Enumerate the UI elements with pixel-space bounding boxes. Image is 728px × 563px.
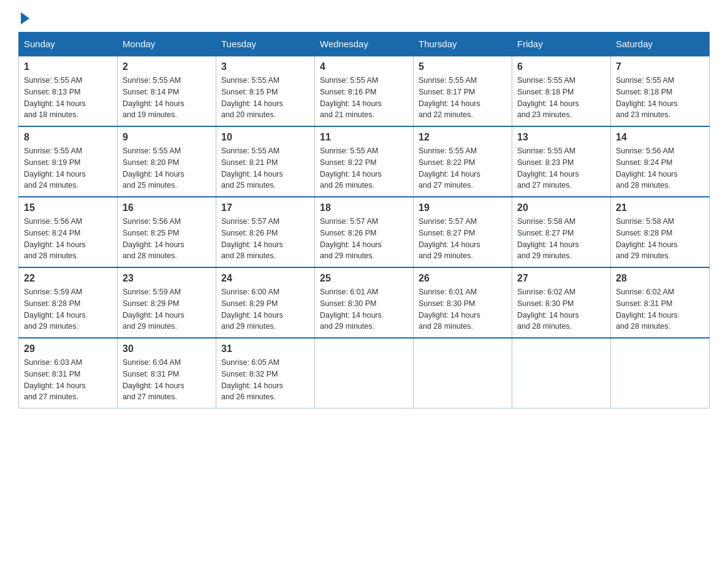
header-cell-friday: Friday — [512, 33, 611, 56]
day-number: 28 — [616, 273, 704, 284]
calendar-cell — [512, 338, 611, 408]
calendar-cell: 12 Sunrise: 5:55 AMSunset: 8:22 PMDaylig… — [414, 126, 512, 197]
day-number: 29 — [24, 343, 112, 354]
day-info: Sunrise: 5:56 AMSunset: 8:25 PMDaylight:… — [123, 217, 184, 260]
header-cell-sunday: Sunday — [19, 33, 118, 56]
day-info: Sunrise: 6:01 AMSunset: 8:30 PMDaylight:… — [419, 288, 480, 331]
day-number: 15 — [24, 202, 112, 213]
day-info: Sunrise: 6:02 AMSunset: 8:30 PMDaylight:… — [517, 288, 579, 331]
day-info: Sunrise: 5:55 AMSunset: 8:20 PMDaylight:… — [123, 147, 184, 190]
week-row-2: 8 Sunrise: 5:55 AMSunset: 8:19 PMDayligh… — [19, 126, 710, 197]
day-number: 13 — [517, 132, 605, 143]
day-info: Sunrise: 5:55 AMSunset: 8:13 PMDaylight:… — [24, 76, 86, 119]
day-number: 18 — [320, 202, 408, 213]
page-header — [18, 12, 710, 26]
day-info: Sunrise: 6:02 AMSunset: 8:31 PMDaylight:… — [616, 288, 678, 331]
day-info: Sunrise: 6:05 AMSunset: 8:32 PMDaylight:… — [221, 358, 283, 401]
day-info: Sunrise: 5:58 AMSunset: 8:27 PMDaylight:… — [517, 217, 579, 260]
calendar-cell: 28 Sunrise: 6:02 AMSunset: 8:31 PMDaylig… — [611, 267, 710, 338]
day-number: 20 — [517, 202, 605, 213]
day-info: Sunrise: 5:55 AMSunset: 8:18 PMDaylight:… — [616, 76, 678, 119]
calendar-cell: 10 Sunrise: 5:55 AMSunset: 8:21 PMDaylig… — [216, 126, 315, 197]
day-number: 19 — [419, 202, 507, 213]
day-info: Sunrise: 5:55 AMSunset: 8:22 PMDaylight:… — [419, 147, 480, 190]
day-number: 11 — [320, 132, 408, 143]
header-cell-tuesday: Tuesday — [216, 33, 315, 56]
day-info: Sunrise: 6:01 AMSunset: 8:30 PMDaylight:… — [320, 288, 382, 331]
day-number: 8 — [24, 132, 112, 143]
calendar-cell: 2 Sunrise: 5:55 AMSunset: 8:14 PMDayligh… — [118, 56, 216, 126]
calendar-cell — [611, 338, 710, 408]
day-info: Sunrise: 5:55 AMSunset: 8:14 PMDaylight:… — [123, 76, 184, 119]
week-row-3: 15 Sunrise: 5:56 AMSunset: 8:24 PMDaylig… — [19, 197, 710, 267]
calendar-cell — [315, 338, 414, 408]
day-info: Sunrise: 5:57 AMSunset: 8:27 PMDaylight:… — [419, 217, 480, 260]
day-number: 12 — [419, 132, 507, 143]
header-row: SundayMondayTuesdayWednesdayThursdayFrid… — [19, 33, 710, 56]
calendar-cell: 4 Sunrise: 5:55 AMSunset: 8:16 PMDayligh… — [315, 56, 414, 126]
calendar-cell: 31 Sunrise: 6:05 AMSunset: 8:32 PMDaylig… — [216, 338, 315, 408]
week-row-4: 22 Sunrise: 5:59 AMSunset: 8:28 PMDaylig… — [19, 267, 710, 338]
day-number: 23 — [123, 273, 211, 284]
calendar-cell — [414, 338, 512, 408]
calendar-cell: 20 Sunrise: 5:58 AMSunset: 8:27 PMDaylig… — [512, 197, 611, 267]
day-number: 4 — [320, 61, 408, 72]
day-info: Sunrise: 6:04 AMSunset: 8:31 PMDaylight:… — [123, 358, 184, 401]
day-number: 25 — [320, 273, 408, 284]
day-number: 5 — [419, 61, 507, 72]
day-info: Sunrise: 5:58 AMSunset: 8:28 PMDaylight:… — [616, 217, 678, 260]
calendar-cell: 19 Sunrise: 5:57 AMSunset: 8:27 PMDaylig… — [414, 197, 512, 267]
calendar-cell: 7 Sunrise: 5:55 AMSunset: 8:18 PMDayligh… — [611, 56, 710, 126]
day-number: 24 — [221, 273, 309, 284]
day-number: 31 — [221, 343, 309, 354]
day-info: Sunrise: 5:55 AMSunset: 8:21 PMDaylight:… — [221, 147, 283, 190]
day-info: Sunrise: 5:55 AMSunset: 8:22 PMDaylight:… — [320, 147, 382, 190]
logo — [18, 12, 29, 26]
day-info: Sunrise: 6:03 AMSunset: 8:31 PMDaylight:… — [24, 358, 86, 401]
day-info: Sunrise: 5:59 AMSunset: 8:28 PMDaylight:… — [24, 288, 86, 331]
day-info: Sunrise: 5:55 AMSunset: 8:16 PMDaylight:… — [320, 76, 382, 119]
day-number: 3 — [221, 61, 309, 72]
day-number: 16 — [123, 202, 211, 213]
day-number: 26 — [419, 273, 507, 284]
calendar-cell: 25 Sunrise: 6:01 AMSunset: 8:30 PMDaylig… — [315, 267, 414, 338]
calendar-cell: 26 Sunrise: 6:01 AMSunset: 8:30 PMDaylig… — [414, 267, 512, 338]
calendar-cell: 14 Sunrise: 5:56 AMSunset: 8:24 PMDaylig… — [611, 126, 710, 197]
day-info: Sunrise: 5:56 AMSunset: 8:24 PMDaylight:… — [616, 147, 678, 190]
calendar-cell: 15 Sunrise: 5:56 AMSunset: 8:24 PMDaylig… — [19, 197, 118, 267]
header-cell-monday: Monday — [118, 33, 216, 56]
day-number: 21 — [616, 202, 704, 213]
calendar-cell: 27 Sunrise: 6:02 AMSunset: 8:30 PMDaylig… — [512, 267, 611, 338]
day-number: 14 — [616, 132, 704, 143]
calendar-cell: 3 Sunrise: 5:55 AMSunset: 8:15 PMDayligh… — [216, 56, 315, 126]
calendar-cell: 18 Sunrise: 5:57 AMSunset: 8:26 PMDaylig… — [315, 197, 414, 267]
day-number: 6 — [517, 61, 605, 72]
calendar-cell: 21 Sunrise: 5:58 AMSunset: 8:28 PMDaylig… — [611, 197, 710, 267]
logo-triangle-icon — [21, 12, 29, 25]
header-cell-wednesday: Wednesday — [315, 33, 414, 56]
calendar-cell: 1 Sunrise: 5:55 AMSunset: 8:13 PMDayligh… — [19, 56, 118, 126]
calendar-cell: 24 Sunrise: 6:00 AMSunset: 8:29 PMDaylig… — [216, 267, 315, 338]
calendar-cell: 29 Sunrise: 6:03 AMSunset: 8:31 PMDaylig… — [19, 338, 118, 408]
day-info: Sunrise: 6:00 AMSunset: 8:29 PMDaylight:… — [221, 288, 283, 331]
day-info: Sunrise: 5:55 AMSunset: 8:17 PMDaylight:… — [419, 76, 480, 119]
day-info: Sunrise: 5:57 AMSunset: 8:26 PMDaylight:… — [320, 217, 382, 260]
day-info: Sunrise: 5:55 AMSunset: 8:19 PMDaylight:… — [24, 147, 86, 190]
day-info: Sunrise: 5:59 AMSunset: 8:29 PMDaylight:… — [123, 288, 184, 331]
calendar-cell: 9 Sunrise: 5:55 AMSunset: 8:20 PMDayligh… — [118, 126, 216, 197]
day-number: 1 — [24, 61, 112, 72]
day-info: Sunrise: 5:56 AMSunset: 8:24 PMDaylight:… — [24, 217, 86, 260]
day-info: Sunrise: 5:55 AMSunset: 8:15 PMDaylight:… — [221, 76, 283, 119]
day-number: 22 — [24, 273, 112, 284]
calendar-cell: 11 Sunrise: 5:55 AMSunset: 8:22 PMDaylig… — [315, 126, 414, 197]
calendar-cell: 13 Sunrise: 5:55 AMSunset: 8:23 PMDaylig… — [512, 126, 611, 197]
header-cell-saturday: Saturday — [611, 33, 710, 56]
calendar-cell: 17 Sunrise: 5:57 AMSunset: 8:26 PMDaylig… — [216, 197, 315, 267]
calendar-cell: 6 Sunrise: 5:55 AMSunset: 8:18 PMDayligh… — [512, 56, 611, 126]
week-row-5: 29 Sunrise: 6:03 AMSunset: 8:31 PMDaylig… — [19, 338, 710, 408]
calendar-cell: 16 Sunrise: 5:56 AMSunset: 8:25 PMDaylig… — [118, 197, 216, 267]
calendar-cell: 23 Sunrise: 5:59 AMSunset: 8:29 PMDaylig… — [118, 267, 216, 338]
day-info: Sunrise: 5:55 AMSunset: 8:23 PMDaylight:… — [517, 147, 579, 190]
calendar-cell: 8 Sunrise: 5:55 AMSunset: 8:19 PMDayligh… — [19, 126, 118, 197]
week-row-1: 1 Sunrise: 5:55 AMSunset: 8:13 PMDayligh… — [19, 56, 710, 126]
